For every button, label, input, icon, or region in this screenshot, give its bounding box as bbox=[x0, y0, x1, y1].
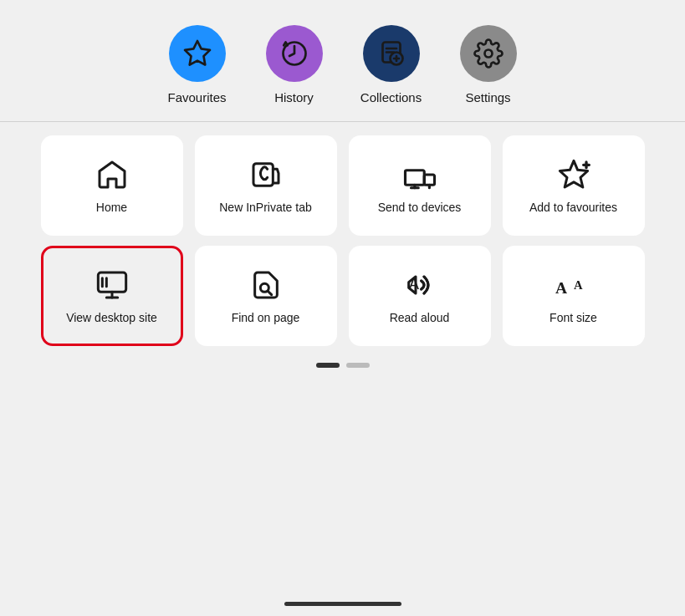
grid-item-label-new-inprivate-tab: New InPrivate tab bbox=[219, 200, 312, 215]
nav-item-settings[interactable]: Settings bbox=[455, 25, 522, 104]
svg-text:A: A bbox=[408, 275, 419, 293]
find-icon bbox=[248, 267, 284, 303]
svg-text:A: A bbox=[574, 278, 583, 292]
svg-rect-11 bbox=[424, 175, 434, 185]
grid-item-add-to-favourites[interactable]: Add to favourites bbox=[503, 135, 645, 236]
nav-item-label-favourites: Favourites bbox=[167, 90, 226, 104]
svg-text:A: A bbox=[555, 279, 567, 297]
grid-item-new-inprivate-tab[interactable]: New InPrivate tab bbox=[195, 135, 337, 236]
grid-item-label-add-to-favourites: Add to favourites bbox=[529, 200, 617, 215]
grid-row-2: View desktop site Find on page A bbox=[25, 246, 660, 346]
nav-icon-settings bbox=[460, 25, 517, 82]
home-indicator bbox=[284, 602, 401, 606]
add-star-icon bbox=[555, 156, 592, 193]
grid-item-send-to-devices[interactable]: Send to devices bbox=[349, 135, 491, 236]
pagination bbox=[316, 363, 370, 368]
home-icon bbox=[94, 156, 130, 193]
grid-item-label-find-on-page: Find on page bbox=[232, 310, 300, 325]
nav-item-label-collections: Collections bbox=[360, 90, 422, 104]
grid-item-label-font-size: Font size bbox=[550, 310, 597, 325]
top-nav: Favourites History Collections bbox=[0, 0, 685, 121]
nav-icon-favourites bbox=[169, 25, 226, 82]
svg-marker-0 bbox=[185, 41, 210, 65]
grid-item-label-view-desktop-site: View desktop site bbox=[66, 310, 157, 325]
grid-item-view-desktop-site[interactable]: View desktop site bbox=[41, 246, 183, 346]
nav-item-favourites[interactable]: Favourites bbox=[164, 25, 231, 104]
grid-item-home[interactable]: Home bbox=[41, 135, 183, 236]
grid-item-label-send-to-devices: Send to devices bbox=[378, 200, 462, 215]
grid-item-label-home: Home bbox=[96, 200, 127, 215]
grid-row-1: Home New InPrivate tab bbox=[25, 135, 660, 236]
nav-icon-history bbox=[266, 25, 323, 82]
section-divider bbox=[0, 121, 685, 122]
grid-item-font-size[interactable]: A A Font size bbox=[503, 246, 645, 346]
nav-item-label-history: History bbox=[274, 90, 314, 104]
desktop-icon bbox=[94, 267, 130, 303]
grid-item-find-on-page[interactable]: Find on page bbox=[195, 246, 337, 346]
grid-item-read-aloud[interactable]: A Read aloud bbox=[349, 246, 491, 346]
svg-point-8 bbox=[484, 50, 492, 58]
nav-item-history[interactable]: History bbox=[261, 25, 328, 104]
nav-item-label-settings: Settings bbox=[465, 90, 510, 104]
read-aloud-icon: A bbox=[401, 267, 438, 303]
pagination-dot-2[interactable] bbox=[346, 363, 370, 368]
nav-item-collections[interactable]: Collections bbox=[358, 25, 425, 104]
send-devices-icon bbox=[401, 156, 438, 193]
nav-icon-collections bbox=[363, 25, 420, 82]
svg-line-24 bbox=[268, 291, 272, 295]
grid-section: Home New InPrivate tab bbox=[0, 135, 685, 346]
svg-rect-10 bbox=[405, 171, 424, 186]
pagination-dot-1[interactable] bbox=[316, 363, 340, 368]
font-size-icon: A A bbox=[555, 267, 592, 303]
inprivate-icon bbox=[248, 156, 284, 193]
grid-item-label-read-aloud: Read aloud bbox=[390, 310, 450, 325]
